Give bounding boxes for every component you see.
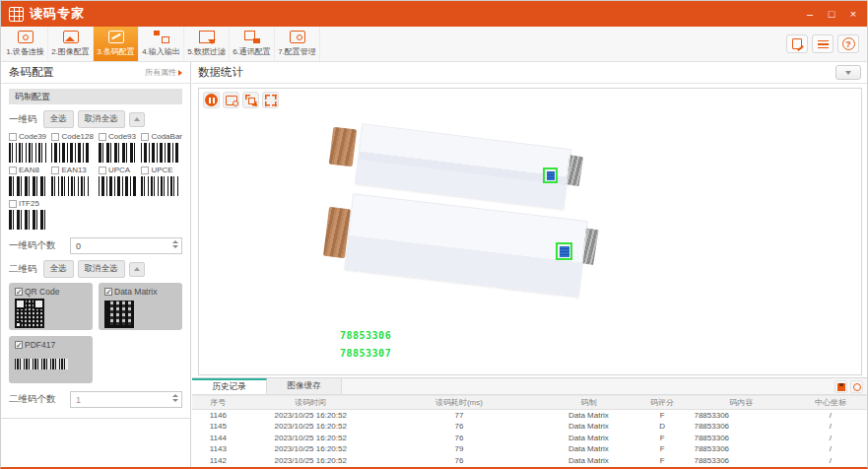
- count-2d-stepper[interactable]: 1: [70, 391, 182, 408]
- col-read-time[interactable]: 读码时间: [244, 396, 377, 410]
- col-index[interactable]: 序号: [192, 396, 244, 410]
- cell-duration: 79: [377, 443, 541, 455]
- barcode-checkbox-upce[interactable]: UPCE: [141, 166, 182, 174]
- barcode-item-pdf417[interactable]: PDF417: [9, 336, 93, 383]
- close-button[interactable]: ×: [847, 9, 859, 20]
- deselect-all-2d-button[interactable]: 取消全选: [78, 260, 125, 278]
- tab-data-filter[interactable]: 5.数据过滤: [184, 27, 230, 61]
- barcode-item-code39: Code39: [9, 132, 46, 163]
- barcode-checkbox-pdf417[interactable]: PDF417: [15, 340, 87, 350]
- cell-content: 78853306: [688, 455, 794, 467]
- barcode-checkbox-code128[interactable]: Code128: [51, 132, 93, 141]
- col-score[interactable]: 码评分: [636, 396, 689, 410]
- cell-index: 1143: [192, 443, 244, 455]
- barcode-item-ean8: EAN8: [9, 166, 46, 196]
- tab-input-output[interactable]: 4.输入输出: [139, 27, 184, 61]
- cell-index: 1142: [192, 455, 244, 467]
- tab-label: 1.设备连接: [6, 46, 44, 57]
- maximize-button[interactable]: □: [826, 9, 837, 20]
- pause-button[interactable]: [203, 92, 220, 108]
- log-icon: [792, 38, 802, 49]
- fullscreen-button[interactable]: [262, 92, 279, 108]
- select-all-2d-button[interactable]: 全选: [43, 260, 74, 278]
- barcode-checkbox-qrcode[interactable]: QR Code: [15, 287, 87, 297]
- log-button[interactable]: [786, 34, 808, 53]
- stats-dropdown-button[interactable]: [835, 65, 861, 80]
- image-viewer[interactable]: 78853306 78853307: [198, 88, 862, 375]
- cell-center: /: [794, 410, 867, 422]
- fit-view-button[interactable]: [242, 92, 259, 108]
- table-row[interactable]: 1145 2023/10/25 16:20:52 76 Data Matrix …: [192, 421, 867, 433]
- decoded-value-1: 78853306: [340, 330, 391, 341]
- minimize-button[interactable]: –: [804, 9, 816, 20]
- save-button[interactable]: [835, 380, 847, 393]
- table-row[interactable]: 1143 2023/10/25 16:20:52 79 Data Matrix …: [192, 443, 867, 455]
- barcode-label: PDF417: [25, 340, 55, 350]
- barcode-checkbox-codabar[interactable]: CodaBar: [141, 132, 182, 141]
- barcode-item-qrcode[interactable]: QR Code: [9, 283, 93, 330]
- barcode-checkbox-code39[interactable]: Code39: [9, 132, 46, 141]
- table-row[interactable]: 1146 2023/10/25 16:20:52 77 Data Matrix …: [192, 410, 867, 422]
- chevron-down-icon: [172, 245, 178, 248]
- checkbox-icon: [99, 167, 106, 174]
- help-button[interactable]: ?: [837, 34, 859, 53]
- group-2d-controls: 二维码 全选 取消全选: [9, 260, 182, 278]
- cell-index: 1146: [192, 410, 244, 422]
- collapse-1d-button[interactable]: [129, 112, 145, 127]
- stepper-arrows[interactable]: [172, 240, 178, 248]
- count-2d-row: 二维码个数 1: [9, 391, 182, 408]
- tab-image-cache[interactable]: 图像缓存: [267, 378, 342, 394]
- barcode-checkbox-ean8[interactable]: EAN8: [9, 166, 46, 174]
- history-tabs: 历史记录 图像缓存: [192, 378, 867, 395]
- clear-button[interactable]: [850, 380, 863, 393]
- col-code-type[interactable]: 码制: [541, 396, 636, 410]
- checkbox-icon: [99, 133, 106, 141]
- select-all-1d-button[interactable]: 全选: [43, 110, 74, 128]
- col-duration[interactable]: 读码耗时(ms): [377, 396, 541, 410]
- clear-icon: [853, 383, 861, 391]
- all-properties-label: 所有属性: [145, 67, 176, 78]
- deselect-all-1d-button[interactable]: 取消全选: [78, 110, 125, 128]
- checkbox-checked-icon: [15, 341, 23, 349]
- tab-barcode-config[interactable]: 3.条码配置: [94, 27, 139, 61]
- tab-label: 7.配置管理: [278, 46, 316, 57]
- cell-code-type: Data Matrix: [541, 443, 636, 455]
- camera-icon: [18, 31, 33, 43]
- tab-history-record[interactable]: 历史记录: [192, 378, 267, 394]
- tab-image-config[interactable]: 2.图像配置: [48, 27, 94, 61]
- cell-center: /: [794, 433, 867, 444]
- table-row[interactable]: 1142 2023/10/25 16:20:52 76 Data Matrix …: [192, 455, 867, 467]
- list-button[interactable]: [812, 34, 834, 53]
- collapse-2d-button[interactable]: [129, 262, 145, 277]
- qr-sample-image: [15, 299, 44, 328]
- chevron-down-icon: [845, 71, 851, 75]
- barcode-checkbox-ean13[interactable]: EAN13: [51, 166, 93, 174]
- tab-comm-config[interactable]: 6.通讯配置: [230, 27, 275, 61]
- barcode-checkbox-itf25[interactable]: ITF25: [9, 199, 46, 208]
- tab-device-connect[interactable]: 1.设备连接: [3, 27, 48, 61]
- barcode-checkbox-datamatrix[interactable]: Data Matrix: [104, 287, 176, 297]
- checkbox-checked-icon: [15, 288, 23, 296]
- cell-center: /: [794, 421, 867, 433]
- barcode-edit-icon: [108, 31, 124, 43]
- col-content[interactable]: 码内容: [688, 396, 794, 410]
- barcode-sample-image: [51, 143, 89, 163]
- barcode-item-datamatrix[interactable]: Data Matrix: [99, 283, 182, 330]
- cell-score: F: [636, 455, 689, 467]
- cell-code-type: Data Matrix: [541, 433, 636, 444]
- tab-label: 6.通讯配置: [233, 46, 271, 57]
- count-1d-stepper[interactable]: 0: [70, 237, 182, 254]
- table-row[interactable]: 1144 2023/10/25 16:20:52 76 Data Matrix …: [192, 433, 867, 444]
- barcode-1d-grid: Code39 Code128 Code93: [9, 132, 182, 230]
- barcode-sample-image: [9, 210, 46, 230]
- barcode-sample-image: [9, 143, 46, 163]
- tab-config-manage[interactable]: 7.配置管理: [275, 27, 320, 61]
- cell-score: D: [636, 421, 689, 433]
- barcode-checkbox-upca[interactable]: UPCA: [99, 166, 136, 174]
- stepper-arrows[interactable]: [172, 394, 178, 402]
- snapshot-button[interactable]: [223, 92, 239, 108]
- col-center[interactable]: 中心坐标: [794, 396, 867, 410]
- barcode-checkbox-code93[interactable]: Code93: [99, 132, 136, 141]
- all-properties-link[interactable]: 所有属性: [145, 67, 182, 78]
- viewer-toolbar: [203, 92, 279, 108]
